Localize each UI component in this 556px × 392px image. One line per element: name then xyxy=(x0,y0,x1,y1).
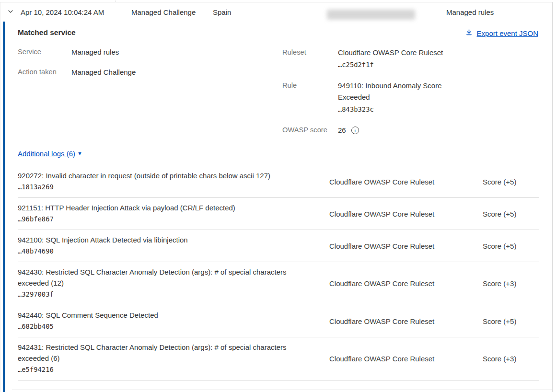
log-rule-title: 920272: Invalid character in request (ou… xyxy=(18,170,311,181)
collapse-chevron[interactable] xyxy=(7,2,14,22)
log-rule-id: …1813a269 xyxy=(18,181,311,193)
log-row: 942100: SQL Injection Attack Detected vi… xyxy=(18,230,539,262)
log-ruleset: Cloudflare OWASP Core Ruleset xyxy=(329,355,468,363)
selected-row-accent-bar xyxy=(3,22,5,392)
log-row: 920272: Invalid character in request (ou… xyxy=(18,166,539,198)
event-action-taken: Managed Challenge xyxy=(131,2,196,22)
log-rule-cell: 942100: SQL Injection Attack Detected vi… xyxy=(18,234,311,257)
log-rule-id: …e5f94216 xyxy=(18,364,311,376)
event-country: Spain xyxy=(213,2,231,22)
panel-title: Matched service xyxy=(18,28,76,37)
detail-label: Service xyxy=(18,47,71,57)
log-rule-cell: 942430: Restricted SQL Character Anomaly… xyxy=(18,266,311,300)
redacted-text xyxy=(327,10,415,20)
detail-row-rule: Rule 949110: Inbound Anomaly Score Excee… xyxy=(282,80,474,115)
log-row: 921151: HTTP Header Injection Attack via… xyxy=(18,198,539,230)
log-ruleset: Cloudflare OWASP Core Ruleset xyxy=(329,279,468,288)
detail-value: Managed rules xyxy=(71,47,119,57)
log-score: Score (+5) xyxy=(483,210,539,218)
log-ruleset: Cloudflare OWASP Core Ruleset xyxy=(329,210,468,218)
export-event-json-label: Export event JSON xyxy=(477,29,538,37)
log-rule-title: 942440: SQL Comment Sequence Detected xyxy=(18,310,311,321)
log-row: 942430: Restricted SQL Character Anomaly… xyxy=(18,262,539,305)
log-ruleset: Cloudflare OWASP Core Ruleset xyxy=(329,242,468,250)
additional-logs-toggle[interactable]: Additional logs (6) ▼ xyxy=(18,150,82,158)
event-timestamp: Apr 10, 2024 10:04:24 AM xyxy=(21,2,104,22)
detail-row-owasp-score: OWASP score 26 i xyxy=(282,125,474,136)
log-ruleset: Cloudflare OWASP Core Ruleset xyxy=(329,317,468,325)
log-rule-title: 921151: HTTP Header Injection Attack via… xyxy=(18,202,311,213)
log-ruleset: Cloudflare OWASP Core Ruleset xyxy=(329,178,468,186)
caret-down-icon: ▼ xyxy=(77,151,82,156)
log-rule-id: …48b74690 xyxy=(18,245,311,257)
detail-label: Rule xyxy=(282,80,338,115)
download-icon xyxy=(465,29,473,37)
detail-row-service: Service Managed rules xyxy=(18,47,136,57)
log-rule-id: …3297003f xyxy=(18,288,311,300)
log-rule-title: 942100: SQL Injection Attack Detected vi… xyxy=(18,234,311,245)
rule-name: 949110: Inbound Anomaly Score Exceeded xyxy=(338,80,456,103)
log-score: Score (+5) xyxy=(483,317,539,325)
detail-label: OWASP score xyxy=(282,125,338,136)
chevron-down-icon xyxy=(7,8,14,17)
log-score: Score (+5) xyxy=(483,178,539,186)
log-row: 942440: SQL Comment Sequence Detected …6… xyxy=(18,305,539,337)
export-event-json-button[interactable]: Export event JSON xyxy=(465,29,538,37)
log-rule-cell: 920272: Invalid character in request (ou… xyxy=(18,170,311,193)
detail-value: Managed Challenge xyxy=(71,67,136,77)
detail-row-action-taken: Action taken Managed Challenge xyxy=(18,67,136,77)
log-rule-id: …96bfe867 xyxy=(18,213,311,225)
log-score: Score (+5) xyxy=(483,242,539,250)
event-row[interactable]: Apr 10, 2024 10:04:24 AM Managed Challen… xyxy=(0,2,552,22)
detail-label: Ruleset xyxy=(282,47,338,71)
event-details-card: Apr 10, 2024 10:04:24 AM Managed Challen… xyxy=(0,2,553,392)
ruleset-id: …c25d2f1f xyxy=(338,58,456,71)
log-score: Score (+3) xyxy=(483,279,539,288)
log-rule-title: 942430: Restricted SQL Character Anomaly… xyxy=(18,266,311,288)
ruleset-name: Cloudflare OWASP Core Ruleset xyxy=(338,47,456,58)
log-row: 942431: Restricted SQL Character Anomaly… xyxy=(18,337,539,380)
log-score: Score (+3) xyxy=(483,355,539,363)
owasp-score-value: 26 xyxy=(338,125,346,136)
info-icon[interactable]: i xyxy=(351,127,359,134)
log-rule-cell: 942431: Restricted SQL Character Anomaly… xyxy=(18,342,311,376)
matched-service-details-right: Ruleset Cloudflare OWASP Core Ruleset …c… xyxy=(282,47,474,145)
additional-logs-label: Additional logs (6) xyxy=(18,150,75,158)
log-rule-cell: 921151: HTTP Header Injection Attack via… xyxy=(18,202,311,225)
log-rule-title: 942431: Restricted SQL Character Anomaly… xyxy=(18,342,311,364)
log-rule-id: …682bb405 xyxy=(18,321,311,333)
event-service: Managed rules xyxy=(446,2,494,22)
table-row-divider xyxy=(12,390,553,390)
log-rule-cell: 942440: SQL Comment Sequence Detected …6… xyxy=(18,310,311,333)
rule-id: …843b323c xyxy=(338,103,456,115)
detail-row-ruleset: Ruleset Cloudflare OWASP Core Ruleset …c… xyxy=(282,47,474,71)
matched-service-details-left: Service Managed rules Action taken Manag… xyxy=(18,47,136,87)
additional-logs-table: 920272: Invalid character in request (ou… xyxy=(18,166,539,380)
detail-label: Action taken xyxy=(18,67,71,77)
